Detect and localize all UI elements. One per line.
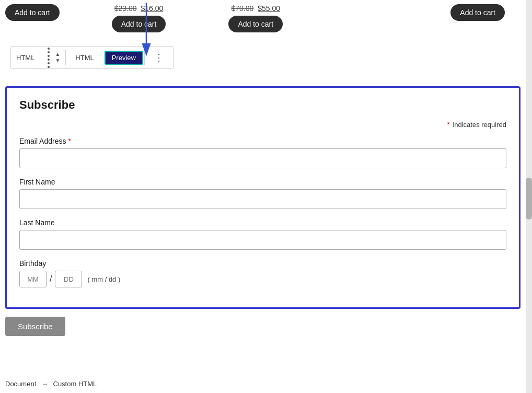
birthday-row: / ( mm / dd ) <box>19 271 506 287</box>
product-item-1: Add to cart <box>5 4 60 21</box>
email-address-input[interactable] <box>19 148 506 168</box>
birthday-label-text: Birthday <box>19 259 46 268</box>
toolbar-tab-html-section: HTML <box>66 47 103 68</box>
subscribe-title: Subscribe <box>19 98 506 112</box>
email-address-label: Email Address * <box>19 137 506 145</box>
dot-6 <box>48 66 50 68</box>
required-star-note: * <box>447 120 449 129</box>
toolbar-html-label: HTML <box>16 54 34 62</box>
email-address-field-group: Email Address * <box>19 137 506 168</box>
arrow-down-icon[interactable]: ▼ <box>55 58 60 63</box>
product-item-3: $70.00 $55.00 Add to cart <box>228 4 283 32</box>
dot-3 <box>48 55 50 57</box>
reorder-arrows[interactable]: ▲ ▼ <box>55 52 60 63</box>
scrollbar-thumb[interactable] <box>526 178 532 219</box>
product-item-4: Add to cart <box>450 4 505 21</box>
birthday-separator: / <box>50 274 52 284</box>
arrow-up-icon[interactable]: ▲ <box>55 52 60 57</box>
breadcrumb: Document → Custom HTML <box>5 380 97 388</box>
dot-1 <box>48 48 50 50</box>
breadcrumb-current: Custom HTML <box>53 380 97 388</box>
add-to-cart-button-3[interactable]: Add to cart <box>228 16 283 32</box>
breadcrumb-separator: → <box>41 380 48 388</box>
toolbar-drag-section[interactable]: ▲ ▼ <box>40 47 65 68</box>
last-name-field-group: Last Name <box>19 218 506 250</box>
birthday-mm-input[interactable] <box>19 271 47 287</box>
email-address-label-text: Email Address <box>19 137 66 145</box>
email-required-star: * <box>68 137 71 145</box>
breadcrumb-document: Document <box>5 380 36 388</box>
annotation-arrow <box>131 0 162 57</box>
required-note-text: indicates required <box>453 121 506 129</box>
dot-4 <box>48 59 50 61</box>
toolbar-html-section: HTML <box>11 47 40 68</box>
last-name-label-text: Last Name <box>19 218 55 227</box>
main-content: Add to cart $23.00 $16.00 Add to cart $7… <box>0 0 526 393</box>
drag-handle-dots[interactable] <box>45 48 52 68</box>
dot-2 <box>48 51 50 53</box>
last-name-label: Last Name <box>19 218 506 227</box>
first-name-label-text: First Name <box>19 178 55 186</box>
last-name-input[interactable] <box>19 230 506 250</box>
first-name-input[interactable] <box>19 189 506 209</box>
add-to-cart-button-4[interactable]: Add to cart <box>450 4 505 21</box>
required-note: * indicates required <box>19 120 506 129</box>
original-price-3: $70.00 <box>231 4 253 13</box>
first-name-field-group: First Name <box>19 178 506 209</box>
price-row-3: $70.00 $55.00 <box>231 4 280 13</box>
top-product-row: Add to cart $23.00 $16.00 Add to cart $7… <box>0 0 526 37</box>
add-to-cart-button-1[interactable]: Add to cart <box>5 4 60 21</box>
first-name-label: First Name <box>19 178 506 186</box>
dot-5 <box>48 62 50 64</box>
subscribe-submit-button[interactable]: Subscribe <box>5 317 65 336</box>
birthday-field-group: Birthday / ( mm / dd ) <box>19 259 506 287</box>
scrollbar[interactable] <box>526 0 532 393</box>
tab-html[interactable]: HTML <box>69 52 100 64</box>
birthday-format-hint: ( mm / dd ) <box>87 275 120 283</box>
subscribe-form-container: Subscribe * indicates required Email Add… <box>5 86 521 309</box>
birthday-label: Birthday <box>19 259 506 268</box>
birthday-dd-input[interactable] <box>55 271 82 287</box>
sale-price-3: $55.00 <box>258 4 280 13</box>
